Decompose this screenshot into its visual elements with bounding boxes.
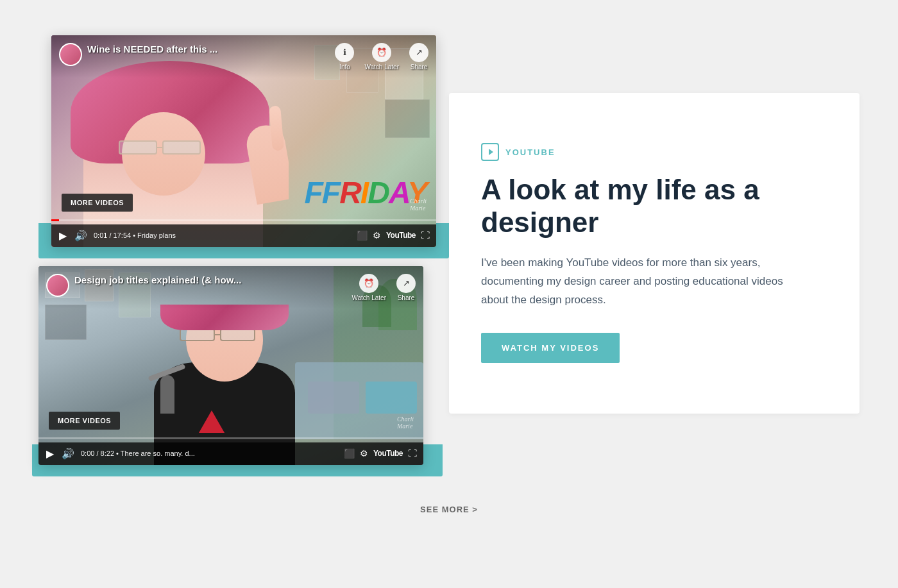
clock-icon[interactable]: ⏰ [372,43,391,62]
video1-actions[interactable]: ℹ Info ⏰ Watch Later ↗ Share [335,43,428,71]
settings-btn-1[interactable]: ⚙ [373,230,381,240]
share-icon[interactable]: ↗ [409,43,428,62]
watch-later-label-2: Watch Later [352,294,386,301]
progress-bar-1 [51,219,436,221]
watch-later-action-2[interactable]: ⏰ Watch Later [352,274,386,301]
video2-thumbnail: CharliMarie Design job titles explained!… [38,266,423,465]
see-more-link[interactable]: SEE MORE > [420,505,478,514]
content-column: YOUTUBE A look at my life as a designer … [449,93,860,414]
cc-btn-1[interactable]: ⬛ [357,230,368,240]
section-heading: A look at my life as a designer [481,174,827,239]
video1-time: 0:01 / 17:54 • Friday plans [94,231,176,239]
video1-wrapper: FFRIDAY CharliMarie Wine is NEEDED after… [38,42,436,247]
cc-btn-2[interactable]: ⬛ [344,448,355,458]
video2-title: Design job titles explained! (& how... [74,274,346,287]
video2-card[interactable]: CharliMarie Design job titles explained!… [38,266,423,465]
video1-card[interactable]: FFRIDAY CharliMarie Wine is NEEDED after… [51,35,436,247]
share-label-2: Share [398,294,415,301]
more-videos-btn-1[interactable]: MORE VIDEOS [62,194,133,212]
volume-btn-2[interactable]: 🔊 [60,446,76,461]
watch-later-label-1: Watch Later [364,63,399,71]
fullscreen-btn-1[interactable]: ⛶ [421,230,430,240]
youtube-label: YOUTUBE [505,147,555,157]
share-label-1: Share [411,63,428,71]
video1-avatar [59,43,82,66]
video1-overlay-top: Wine is NEEDED after this ... ℹ Info ⏰ W… [51,35,436,78]
video1-thumbnail: FFRIDAY CharliMarie Wine is NEEDED after… [51,35,436,247]
play-btn-1[interactable]: ▶ [58,228,68,243]
svg-marker-0 [489,149,493,155]
video1-title: Wine is NEEDED after this ... [87,43,330,56]
section-description: I've been making YouTube videos for more… [481,254,802,310]
fullscreen-btn-2[interactable]: ⛶ [408,448,417,458]
info-label: Info [339,63,350,71]
yt-logo-1: YouTube [386,231,416,240]
friday-text: FFRIDAY [305,178,427,208]
see-more-section: SEE MORE > [420,484,478,521]
section-container: FFRIDAY CharliMarie Wine is NEEDED after… [38,42,860,465]
clock-icon-2[interactable]: ⏰ [359,274,378,293]
page-wrapper: FFRIDAY CharliMarie Wine is NEEDED after… [0,0,898,588]
video2-overlay-top: Design job titles explained! (& how... ⏰… [38,266,423,309]
volume-btn-1[interactable]: 🔊 [73,228,89,243]
more-videos-btn-2[interactable]: MORE VIDEOS [49,412,120,430]
youtube-badge: YOUTUBE [481,143,827,161]
video1-controls[interactable]: ▶ 🔊 0:01 / 17:54 • Friday plans ⬛ ⚙ YouT… [51,224,436,247]
video2-time: 0:00 / 8:22 • There are so. many. d... [81,449,195,457]
play-btn-2[interactable]: ▶ [45,446,55,461]
video2-avatar [46,274,69,297]
watermark-1: CharliMarie [410,197,427,212]
video2-controls[interactable]: ▶ 🔊 0:00 / 8:22 • There are so. many. d.… [38,442,423,465]
videos-column: FFRIDAY CharliMarie Wine is NEEDED after… [38,42,436,465]
share-icon-2[interactable]: ↗ [396,274,416,293]
watermark-2: CharliMarie [397,416,414,430]
video2-actions[interactable]: ⏰ Watch Later ↗ Share [352,274,416,301]
video2-wrapper: CharliMarie Design job titles explained!… [38,273,436,465]
info-icon[interactable]: ℹ [335,43,354,62]
watch-videos-button[interactable]: WATCH MY VIDEOS [481,333,620,363]
progress-bar-2 [38,437,423,439]
progress-fill-1 [51,219,59,221]
info-action[interactable]: ℹ Info [335,43,354,71]
yt-logo-2: YouTube [373,449,403,458]
settings-btn-2[interactable]: ⚙ [360,448,368,458]
share-action[interactable]: ↗ Share [409,43,428,71]
watch-later-action[interactable]: ⏰ Watch Later [364,43,399,71]
youtube-icon [481,143,499,161]
share-action-2[interactable]: ↗ Share [396,274,416,301]
